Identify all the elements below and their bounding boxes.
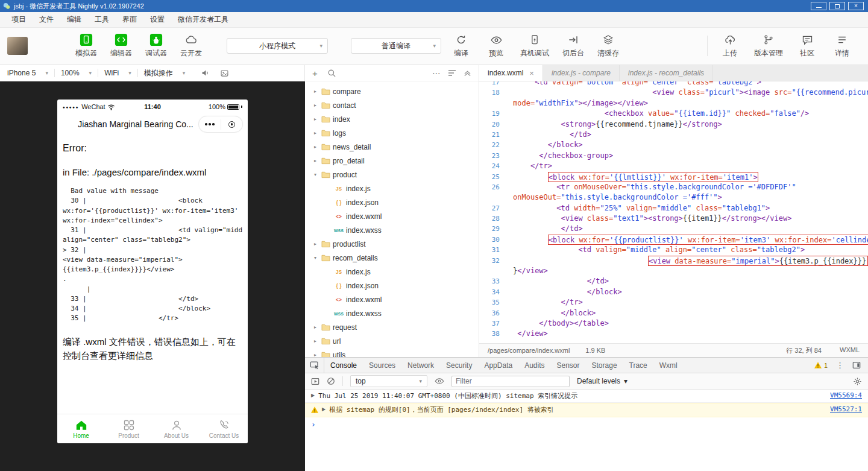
code-line[interactable]: 32 <view data-measure="imperial">{{item3… — [479, 256, 868, 266]
tree-folder-request[interactable]: ▸request — [305, 320, 479, 334]
frame-context-select[interactable]: top ▾ — [350, 375, 427, 387]
code-editor[interactable]: 17 <td valign="bottom" align="center" cl… — [479, 81, 868, 343]
log-levels-select[interactable]: Default levels ▾ — [577, 377, 627, 385]
tab-product[interactable]: Product — [105, 414, 153, 443]
network-select[interactable]: WiFi ▾ — [98, 69, 137, 77]
close-button[interactable]: × — [848, 2, 864, 10]
disclosure-triangle-icon[interactable]: ▶ — [311, 391, 315, 398]
chevron-down-icon[interactable]: ▾ — [311, 172, 319, 177]
kebab-menu-icon[interactable]: ⋮ — [836, 361, 844, 370]
source-link[interactable]: VM5569:4 — [830, 391, 862, 399]
switch-background-button[interactable]: 切后台 — [556, 33, 591, 58]
devtools-tab-trace[interactable]: Trace — [623, 358, 653, 373]
code-line[interactable]: 27 <td width="25%" valign="middle" class… — [479, 203, 868, 213]
tree-file-index.js[interactable]: JSindex.js — [305, 182, 479, 195]
inspect-element-button[interactable] — [305, 358, 324, 373]
devtools-tab-sensor[interactable]: Sensor — [551, 358, 586, 373]
minimize-button[interactable] — [811, 2, 826, 10]
code-line[interactable]: 28 <view class="text1"><strong>{{item1}}… — [479, 213, 868, 224]
source-link[interactable]: VM5527:1 — [830, 405, 862, 413]
compile-button[interactable]: 编译 — [444, 33, 479, 58]
code-line[interactable]: 25 <block wx:for='{{lmtlist}}' wx:for-it… — [479, 172, 868, 182]
tree-folder-productlist[interactable]: ▸productlist — [305, 237, 479, 251]
simulator-button[interactable]: 模拟器 — [69, 33, 104, 58]
tree-file-index.wxss[interactable]: wssindex.wxss — [305, 306, 479, 320]
editor-button[interactable]: 编辑器 — [104, 33, 139, 58]
code-line[interactable]: 34 </block> — [479, 287, 868, 297]
code-line[interactable]: 23 </checkbox-group> — [479, 151, 868, 161]
tree-file-index.wxss[interactable]: wssindex.wxss — [305, 223, 479, 237]
editor-tab-index-js-compare[interactable]: index.js - compare — [543, 65, 620, 81]
tree-folder-index[interactable]: ▸index — [305, 112, 479, 126]
devtools-tab-wxml[interactable]: Wxml — [653, 358, 684, 373]
console-prompt[interactable]: › — [305, 417, 868, 431]
chevron-right-icon[interactable]: ▸ — [311, 130, 319, 136]
devtools-tab-network[interactable]: Network — [401, 358, 440, 373]
debugger-button[interactable]: 调试器 — [139, 33, 174, 58]
tree-folder-pro_detail[interactable]: ▸pro_detail — [305, 154, 479, 168]
collapse-all-icon[interactable] — [464, 69, 471, 77]
menu-item-1[interactable]: 文件 — [33, 14, 60, 25]
search-icon[interactable] — [327, 69, 336, 78]
tree-file-index.json[interactable]: { }index.json — [305, 279, 479, 292]
chevron-down-icon[interactable]: ▾ — [311, 255, 319, 261]
warning-count-badge[interactable]: 1 — [814, 362, 828, 369]
upload-button[interactable]: 上传 — [712, 33, 747, 58]
tree-folder-url[interactable]: ▸url — [305, 334, 479, 348]
devtools-tab-console[interactable]: Console — [324, 358, 363, 373]
code-line[interactable]: 20 <strong>{{recommend.tjname}}</strong> — [479, 119, 868, 130]
chevron-right-icon[interactable]: ▸ — [311, 89, 319, 94]
code-line[interactable]: 24 </tr> — [479, 161, 868, 171]
dock-side-icon[interactable] — [852, 361, 861, 369]
chevron-right-icon[interactable]: ▸ — [311, 144, 319, 150]
tree-file-index.wxml[interactable]: <>index.wxml — [305, 292, 479, 306]
zoom-select[interactable]: 100% ▾ — [55, 69, 98, 77]
chevron-right-icon[interactable]: ▸ — [311, 241, 319, 247]
code-line[interactable]: 38 </view> — [479, 329, 868, 339]
details-button[interactable]: 详情 — [825, 33, 860, 58]
tree-folder-utils[interactable]: ▸utils — [305, 348, 479, 357]
console-filter-input[interactable] — [451, 376, 570, 387]
chevron-right-icon[interactable]: ▸ — [311, 158, 319, 163]
devtools-tab-storage[interactable]: Storage — [586, 358, 623, 373]
more-icon[interactable]: ⋯ — [432, 68, 441, 78]
menu-item-5[interactable]: 设置 — [143, 14, 171, 25]
chevron-right-icon[interactable]: ▸ — [311, 352, 319, 357]
code-line[interactable]: 17 <td valign="bottom" align="center" cl… — [479, 81, 868, 87]
clear-cache-button[interactable]: 清缓存 — [591, 33, 626, 58]
tree-folder-compare[interactable]: ▸compare — [305, 84, 479, 98]
code-line[interactable]: 29 </td> — [479, 224, 868, 234]
gear-icon[interactable] — [853, 377, 862, 386]
add-file-button[interactable]: + — [312, 69, 318, 78]
eye-icon[interactable] — [435, 377, 444, 385]
chevron-right-icon[interactable]: ▸ — [311, 324, 319, 330]
code-line[interactable]: 36 </block> — [479, 308, 868, 318]
user-avatar[interactable] — [7, 37, 28, 55]
menu-item-6[interactable]: 微信开发者工具 — [171, 14, 235, 25]
disclosure-triangle-icon[interactable]: ▶ — [322, 405, 326, 412]
tree-file-index.wxml[interactable]: <>index.wxml — [305, 209, 479, 223]
tree-folder-recom_details[interactable]: ▾recom_details — [305, 251, 479, 265]
devtools-tab-audits[interactable]: Audits — [518, 358, 550, 373]
devtools-tab-sources[interactable]: Sources — [363, 358, 401, 373]
editor-tab-index-wxml[interactable]: index.wxml × — [479, 65, 543, 81]
tree-folder-logs[interactable]: ▸logs — [305, 126, 479, 140]
real-device-debug-button[interactable]: 真机调试 — [514, 33, 556, 58]
tab-home[interactable]: Home — [57, 414, 105, 443]
chevron-right-icon[interactable]: ▸ — [311, 116, 319, 122]
community-button[interactable]: 社区 — [790, 33, 825, 58]
version-control-button[interactable]: 版本管理 — [747, 33, 790, 58]
code-line[interactable]: 18 <view class="picurl"><image src="{{re… — [479, 87, 868, 98]
close-icon[interactable]: × — [529, 69, 534, 78]
mode-select[interactable]: 小程序模式 ▾ — [227, 38, 328, 54]
tab-contact-us[interactable]: Contact Us — [200, 414, 248, 443]
code-line[interactable]: 19 <checkbox value="{{item.id}}" checked… — [479, 109, 868, 119]
preview-button[interactable]: 预览 — [479, 33, 514, 58]
menu-item-3[interactable]: 工具 — [88, 14, 116, 25]
tree-file-index.js[interactable]: JSindex.js — [305, 265, 479, 279]
tree-folder-product[interactable]: ▾product — [305, 168, 479, 182]
editor-tab-index-js-recom-details[interactable]: index.js - recom_details — [620, 65, 713, 81]
compile-select[interactable]: 普通编译 ▾ — [351, 38, 441, 54]
clouddev-button[interactable]: 云开发 — [174, 33, 209, 58]
device-select[interactable]: iPhone 5 ▾ — [6, 69, 54, 77]
